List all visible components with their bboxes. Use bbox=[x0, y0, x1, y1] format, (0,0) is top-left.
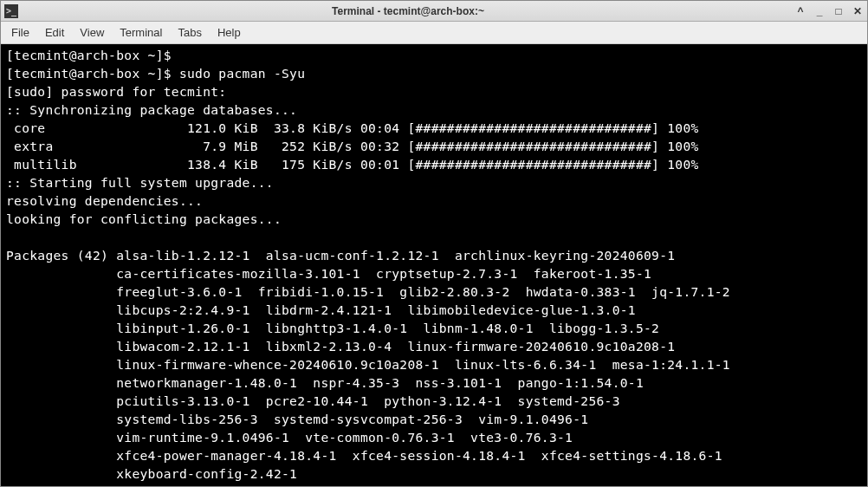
menu-terminal[interactable]: Terminal bbox=[120, 26, 162, 39]
menu-edit[interactable]: Edit bbox=[45, 26, 64, 39]
window-title: Terminal - tecmint@arch-box:~ bbox=[22, 5, 794, 17]
titlebar: >_ Terminal - tecmint@arch-box:~ ^ _ □ ✕ bbox=[1, 1, 867, 22]
minimize-button[interactable]: _ bbox=[813, 5, 826, 17]
window-controls: ^ _ □ ✕ bbox=[794, 5, 864, 17]
menu-file[interactable]: File bbox=[11, 26, 29, 39]
maximize-button[interactable]: □ bbox=[832, 5, 845, 17]
menu-help[interactable]: Help bbox=[217, 26, 241, 39]
rollup-button[interactable]: ^ bbox=[794, 5, 806, 17]
terminal-icon: >_ bbox=[4, 4, 18, 18]
close-button[interactable]: ✕ bbox=[852, 5, 864, 17]
terminal-output[interactable]: [tecmint@arch-box ~]$ [tecmint@arch-box … bbox=[1, 44, 867, 486]
menubar: File Edit View Terminal Tabs Help bbox=[1, 22, 867, 44]
menu-view[interactable]: View bbox=[80, 26, 104, 39]
menu-tabs[interactable]: Tabs bbox=[178, 26, 201, 39]
